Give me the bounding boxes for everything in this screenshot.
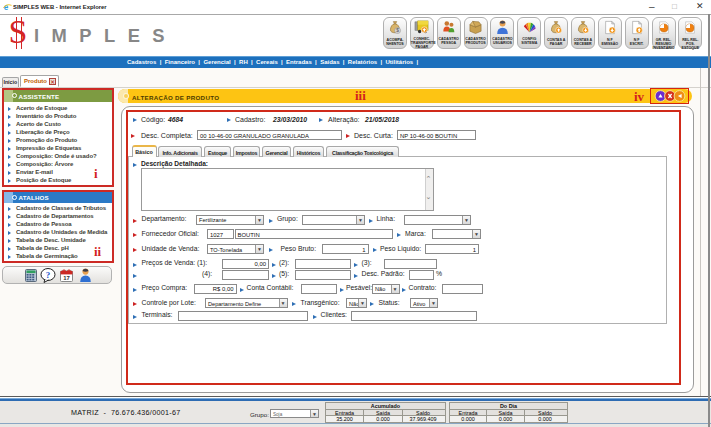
- svg-text:e: e: [3, 3, 8, 12]
- svg-text:$: $: [396, 28, 399, 33]
- svg-text:?: ?: [46, 270, 51, 280]
- svg-text:17: 17: [63, 275, 70, 281]
